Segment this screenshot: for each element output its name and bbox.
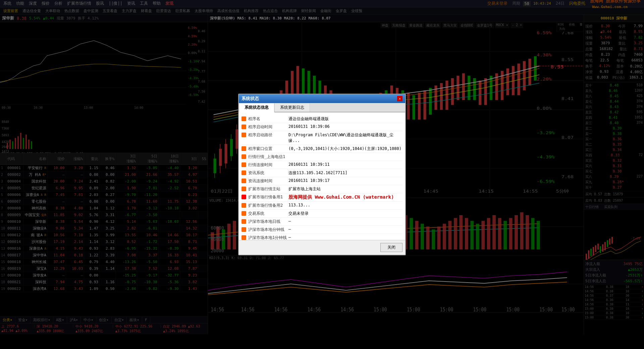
modal-row-label-5: 行情连接时间 (248, 162, 288, 168)
modal-row: 沪深市场本地分钟线 — (241, 226, 402, 234)
system-status-modal: 系统状态 × 系统状态信息 系统更新日志 程序名 通达信金融终端通晟版 程序启动… (238, 94, 406, 255)
modal-row-label-11: 交易系统 (248, 211, 288, 216)
modal-row: 资讯系统 连接113.105.142.162[7711] (241, 169, 402, 177)
modal-row-label-7: 资讯连接时间 (248, 178, 288, 184)
modal-row-value-14: — (288, 235, 402, 240)
modal-close-button[interactable]: 关闭 (380, 243, 402, 252)
modal-row-value-1: 20160131 10:39:06 (288, 124, 402, 129)
modal-row-label-14: 沪深市场本地1分钟线 (248, 235, 288, 240)
modal-footer: 关闭 (239, 240, 405, 255)
modal-row-label-9: 扩展市场行情备用1 (248, 194, 288, 200)
modal-body: 程序名 通达信金融终端通晟版 程序启动时间 20160131 10:39:06 … (239, 112, 405, 240)
row-icon-12 (241, 219, 246, 224)
modal-row: 资讯连接时间 20160131 10:39:17 (241, 177, 402, 185)
modal-row-label-12: 沪深市场本地日线 (248, 219, 288, 225)
modal-row-value-8: 扩展市场上海主站 (288, 186, 402, 192)
modal-row: 程序窗口位置 (0,-3,1920,1041)(大小:1920,1044)(主屏… (241, 145, 402, 153)
row-icon-7 (241, 179, 246, 183)
modal-row-label-4: 行情行情_上海电信1 (248, 154, 288, 160)
modal-row-value-0: 通达信金融终端通晟版 (288, 116, 402, 122)
row-icon-8 (241, 187, 246, 191)
modal-row: 扩展市场行情备用1 股海网提供 Www.Guhai.Com.CN (waterm… (241, 193, 402, 202)
modal-row-value-2: D:\Program Files\CDE\WW\通达信金融终端通晟版_尘缘... (288, 132, 402, 144)
modal-row-value-3: (0,-3,1920,1041)(大小:1920,1044)(主屏:1920,1… (288, 146, 402, 152)
modal-row-value-11: 交易未登录 (288, 211, 402, 216)
modal-overlay[interactable]: 系统状态 × 系统状态信息 系统更新日志 程序名 通达信金融终端通晟版 程序启动… (0, 0, 644, 349)
modal-row-value-7: 20160131 10:39:17 (288, 178, 402, 183)
modal-row-value-10: 113.13... (288, 203, 402, 207)
modal-tabs: 系统状态信息 系统更新日志 (239, 103, 405, 112)
modal-row-value-9: 股海网提供 Www.Guhai.Com.CN (watermark) (288, 194, 402, 200)
modal-title: 系统状态 (241, 96, 259, 102)
modal-row: 程序名 通达信金融终端通晟版 (241, 115, 402, 123)
modal-title-bar: 系统状态 × (239, 94, 405, 103)
modal-row-value-12: — (288, 219, 402, 223)
row-icon-11 (241, 211, 246, 216)
modal-row-label-10: 扩展市场行情备用2 (248, 203, 288, 208)
modal-row: 程序启动路径 D:\Program Files\CDE\WW\通达信金融终端通晟… (241, 131, 402, 145)
row-icon-2 (241, 133, 246, 137)
modal-row: 扩展市场行情主站 扩展市场上海主站 (241, 185, 402, 193)
modal-row: 行情连接时间 20160131 10:39:11 (241, 161, 402, 169)
modal-row-label-6: 资讯系统 (248, 170, 288, 176)
modal-row: 扩展市场行情备用2 113.13... (241, 202, 402, 210)
row-icon-4 (241, 154, 246, 159)
row-icon-1 (241, 124, 246, 129)
modal-row: 交易系统 交易未登录 (241, 210, 402, 218)
row-icon-3 (241, 146, 246, 151)
row-icon-13 (241, 227, 246, 232)
row-icon-14 (241, 235, 246, 240)
row-icon-6 (241, 170, 246, 175)
modal-row: 程序启动时间 20160131 10:39:06 (241, 123, 402, 131)
modal-row-label-0: 程序名 (248, 116, 288, 122)
modal-tab-status[interactable]: 系统状态信息 (239, 103, 274, 112)
modal-row-label-13: 沪深市场本地分钟线 (248, 227, 288, 233)
modal-close-x[interactable]: × (397, 96, 402, 101)
row-icon-5 (241, 162, 246, 167)
modal-row-value-13: — (288, 227, 402, 232)
row-icon-9 (241, 195, 246, 199)
modal-tab-log[interactable]: 系统更新日志 (274, 103, 310, 112)
modal-row-label-1: 程序启动时间 (248, 124, 288, 130)
row-icon-10 (241, 203, 246, 208)
modal-row-value-5: 20160131 10:39:11 (288, 162, 402, 167)
modal-row-label-2: 程序启动路径 (248, 132, 288, 138)
modal-row-label-3: 程序窗口位置 (248, 146, 288, 152)
modal-row: 沪深市场本地1分钟线 — (241, 234, 402, 240)
row-icon-0 (241, 116, 246, 121)
modal-row: 沪深市场本地日线 — (241, 218, 402, 226)
modal-row: 行情行情_上海电信1 (241, 153, 402, 161)
modal-row-value-6: 连接113.105.142.162[7711] (288, 170, 402, 176)
modal-row-label-8: 扩展市场行情主站 (248, 186, 288, 192)
